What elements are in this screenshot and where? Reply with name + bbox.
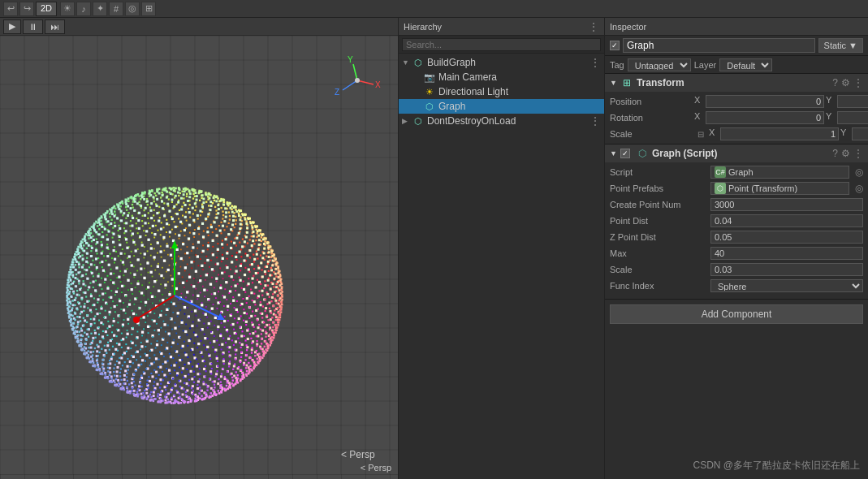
graph-script-header[interactable]: ▼ ✓ ⬡ Graph (Script) ? ⚙ ⋮ xyxy=(605,145,868,162)
dont-destroy-arrow: ▶ xyxy=(402,117,410,125)
toolbar-grid-icon[interactable]: # xyxy=(109,2,123,16)
script-target-icon[interactable]: ◎ xyxy=(855,166,863,178)
toolbar-icon-1[interactable]: ↩ xyxy=(3,2,18,16)
script-field-label: Script xyxy=(610,167,707,177)
pos-y-label: Y xyxy=(826,95,836,108)
toolbar-search-icon[interactable]: ⊞ xyxy=(141,2,156,16)
script-scale-input[interactable] xyxy=(710,263,863,276)
graph-script-menu-icon[interactable]: ⋮ xyxy=(853,148,863,159)
point-dist-input[interactable] xyxy=(710,214,863,227)
scene-btn-2[interactable]: ⏸ xyxy=(23,19,43,34)
transform-help-icon[interactable]: ? xyxy=(832,77,838,88)
watermark: CSDN @多年了酷拉皮卡依旧还在船上 xyxy=(605,452,868,479)
build-graph-menu[interactable]: ⋮ xyxy=(589,56,601,69)
pos-x-label: X xyxy=(694,95,704,108)
max-label: Max xyxy=(610,248,707,258)
inspector-panel: Inspector ✓ Static ▼ Tag Untagged Layer … xyxy=(605,18,868,479)
transform-icon: ⊞ xyxy=(620,76,633,89)
rot-y-input[interactable] xyxy=(837,111,868,124)
static-label: Static xyxy=(824,41,847,50)
position-label: Position xyxy=(610,97,691,106)
transform-header[interactable]: ▼ ⊞ Transform ? ⚙ ⋮ xyxy=(605,74,868,92)
z-point-dist-input[interactable] xyxy=(710,231,863,244)
scene-toolbar: ▶ ⏸ ⏭ xyxy=(0,18,398,36)
scene-btn-1[interactable]: ▶ xyxy=(3,19,21,34)
main-camera-arrow: ▶ xyxy=(413,73,421,81)
static-dropdown-icon[interactable]: ▼ xyxy=(849,41,857,50)
graph-label: Graph xyxy=(438,101,465,112)
script-name: Graph xyxy=(728,167,754,177)
hierarchy-items: ▼ ⬡ BuildGraph ⋮ ▶ 📷 Main Camera ▶ ☀ Dir… xyxy=(399,54,604,479)
hierarchy-item-graph[interactable]: ▶ ⬡ Graph xyxy=(399,99,604,114)
dont-destroy-menu[interactable]: ⋮ xyxy=(589,114,601,127)
max-row: Max xyxy=(610,245,863,261)
func-index-row: Func Index Sphere xyxy=(610,278,863,294)
create-point-num-row: Create Point Num xyxy=(610,196,863,213)
toolbar-effect-icon[interactable]: ✦ xyxy=(93,2,107,16)
main-camera-label: Main Camera xyxy=(438,71,497,83)
graph-script-settings-icon[interactable]: ⚙ xyxy=(841,148,850,159)
sphere-canvas xyxy=(0,36,398,474)
static-badge: Static ▼ xyxy=(818,38,863,53)
hierarchy-item-main-camera[interactable]: ▶ 📷 Main Camera xyxy=(399,70,604,84)
func-index-select[interactable]: Sphere xyxy=(710,279,863,292)
rotation-row: Rotation X Y Z xyxy=(610,110,863,126)
point-dist-label: Point Dist xyxy=(610,216,707,226)
script-row: Script C# Graph ◎ xyxy=(610,164,863,180)
rotation-label: Rotation xyxy=(610,113,691,123)
obj-name-input[interactable] xyxy=(623,38,815,53)
dir-light-icon: ☀ xyxy=(423,85,436,98)
layer-select[interactable]: Default xyxy=(719,58,772,71)
rot-y-label: Y xyxy=(826,111,836,124)
hierarchy-item-dont-destroy[interactable]: ▶ ⬡ DontDestroyOnLoad ⋮ xyxy=(399,114,604,128)
create-point-num-input[interactable] xyxy=(710,198,863,211)
point-target-icon[interactable]: ◎ xyxy=(855,183,863,194)
graph-script-enabled[interactable]: ✓ xyxy=(620,149,630,158)
graph-script-actions: ? ⚙ ⋮ xyxy=(832,148,863,159)
pos-x-input[interactable] xyxy=(706,95,824,108)
point-dist-row: Point Dist xyxy=(610,213,863,229)
point-prefabs-value: ⬡ Point (Transform) xyxy=(710,182,849,195)
scale-y-input[interactable] xyxy=(852,127,868,140)
scale-x-input[interactable] xyxy=(720,127,839,140)
position-fields: X Y Z xyxy=(694,95,868,108)
point-icon: ⬡ xyxy=(715,183,726,194)
scale-y-label: Y xyxy=(840,127,850,140)
add-component-btn[interactable]: Add Component xyxy=(610,304,863,324)
layer-label: Layer xyxy=(694,60,717,70)
script-scale-label: Scale xyxy=(610,265,707,274)
transform-menu-icon[interactable]: ⋮ xyxy=(853,77,863,88)
script-props: Script C# Graph ◎ Point Prefabs ⬡ Point … xyxy=(605,162,868,299)
toolbar-sound-icon[interactable]: ♪ xyxy=(76,2,91,16)
toolbar-icon-2[interactable]: ↪ xyxy=(19,2,34,16)
hierarchy-menu-btn[interactable]: ⋮ xyxy=(588,20,599,33)
toolbar-hidden-icon[interactable]: ◎ xyxy=(125,2,140,16)
toolbar-2d-btn[interactable]: 2D xyxy=(36,2,57,16)
scene-btn-3[interactable]: ⏭ xyxy=(45,19,65,34)
obj-active-checkbox[interactable]: ✓ xyxy=(610,41,620,50)
hierarchy-search-input[interactable] xyxy=(402,38,601,51)
tag-layer-bar: Tag Untagged Layer Default xyxy=(605,56,868,74)
create-point-num-label: Create Point Num xyxy=(610,200,707,209)
graph-script-arrow: ▼ xyxy=(610,149,617,158)
transform-component: ▼ ⊞ Transform ? ⚙ ⋮ Position X Y xyxy=(605,74,868,145)
persp-label: < Persp xyxy=(361,463,391,473)
hierarchy-header: Hierarchy ⋮ xyxy=(399,18,604,36)
pos-y-input[interactable] xyxy=(837,95,868,108)
graph-script-help-icon[interactable]: ? xyxy=(832,148,838,159)
scale-label: Scale xyxy=(610,129,691,139)
transform-arrow: ▼ xyxy=(610,79,617,87)
point-prefabs-row: Point Prefabs ⬡ Point (Transform) ◎ xyxy=(610,180,863,196)
tag-select[interactable]: Untagged xyxy=(628,58,691,71)
func-index-label: Func Index xyxy=(610,281,707,291)
max-input[interactable] xyxy=(710,247,863,260)
z-point-dist-row: Z Point Dist xyxy=(610,229,863,245)
hierarchy-item-directional-light[interactable]: ▶ ☀ Directional Light xyxy=(399,84,604,99)
hierarchy-item-build-graph[interactable]: ▼ ⬡ BuildGraph ⋮ xyxy=(399,55,604,70)
toolbar-light-icon[interactable]: ☀ xyxy=(60,2,75,16)
build-graph-icon: ⬡ xyxy=(412,56,425,69)
dont-destroy-icon: ⬡ xyxy=(412,114,425,127)
scene-canvas[interactable]: X Y Z < Persp xyxy=(0,36,398,479)
transform-settings-icon[interactable]: ⚙ xyxy=(841,77,850,88)
rot-x-input[interactable] xyxy=(706,111,824,124)
